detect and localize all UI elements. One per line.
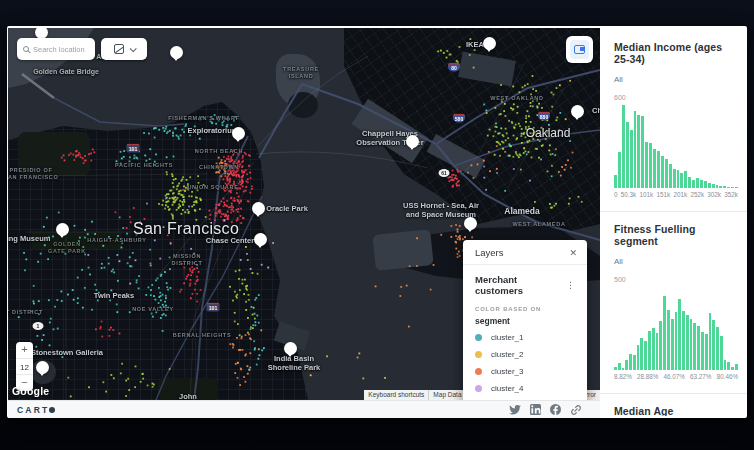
histogram-bar[interactable] xyxy=(637,345,640,370)
histogram-bar[interactable] xyxy=(637,115,640,189)
histogram-bar[interactable] xyxy=(684,171,687,189)
cluster-legend-row[interactable]: cluster_2 xyxy=(475,349,575,360)
histogram-bar[interactable] xyxy=(700,180,703,188)
poi-marker[interactable] xyxy=(170,46,183,59)
histogram-bar[interactable] xyxy=(641,116,644,188)
histogram-bar[interactable] xyxy=(680,173,683,188)
histogram-bar[interactable] xyxy=(704,181,707,188)
route-shield: 80 xyxy=(448,63,460,72)
histogram-bar[interactable] xyxy=(659,321,662,370)
histogram-bar[interactable] xyxy=(727,187,730,188)
histogram-bar[interactable] xyxy=(671,319,674,370)
histogram-bar[interactable] xyxy=(644,341,647,370)
poi-marker[interactable] xyxy=(254,233,267,246)
histogram-bar[interactable] xyxy=(618,363,621,370)
cluster-legend-row[interactable]: cluster_4 xyxy=(475,383,575,394)
histogram-bar[interactable] xyxy=(735,364,738,370)
histogram-bar[interactable] xyxy=(688,177,691,188)
histogram-bar[interactable] xyxy=(653,149,656,188)
histogram-bar[interactable] xyxy=(709,313,712,370)
poi-marker[interactable] xyxy=(252,202,265,215)
poi-marker[interactable] xyxy=(406,135,419,148)
poi-marker[interactable] xyxy=(571,105,584,118)
histogram-bar[interactable] xyxy=(696,178,699,188)
histogram-bar[interactable] xyxy=(720,336,723,370)
histogram-bar[interactable] xyxy=(629,354,632,370)
histogram-bar[interactable] xyxy=(652,328,655,370)
poi-marker[interactable] xyxy=(35,28,48,39)
histogram-bar[interactable] xyxy=(697,326,700,370)
zoom-in-button[interactable]: + xyxy=(16,342,33,358)
histogram-bar[interactable] xyxy=(705,334,708,370)
histogram-bar[interactable] xyxy=(640,338,643,370)
histogram-bar[interactable] xyxy=(667,310,670,370)
histogram-bar[interactable] xyxy=(614,175,617,188)
poi-marker[interactable] xyxy=(284,342,297,355)
histogram-bar[interactable] xyxy=(633,355,636,370)
histogram-bar[interactable] xyxy=(630,130,633,188)
map[interactable]: 10110180880580611 Golden Gate BridgeAlca… xyxy=(8,28,600,400)
histogram-bar[interactable] xyxy=(701,332,704,370)
histogram-bar[interactable] xyxy=(614,367,617,370)
histogram-bar[interactable] xyxy=(692,180,695,188)
histogram-bar[interactable] xyxy=(693,323,696,370)
poi-marker[interactable] xyxy=(483,37,496,50)
cluster-legend-row[interactable]: cluster_3 xyxy=(475,366,575,377)
histogram-bar[interactable] xyxy=(678,299,681,370)
histogram-bar[interactable] xyxy=(686,315,689,370)
histogram-bar[interactable] xyxy=(731,367,734,370)
histogram-bar[interactable] xyxy=(634,111,637,188)
histogram-bar[interactable] xyxy=(708,183,711,188)
close-icon[interactable]: ✕ xyxy=(569,248,577,258)
histogram-bar[interactable] xyxy=(656,333,659,370)
histogram-bar[interactable] xyxy=(618,152,621,188)
poi-marker[interactable] xyxy=(232,127,245,140)
histogram-bar[interactable] xyxy=(661,156,664,188)
poi-marker[interactable] xyxy=(56,223,69,236)
histogram-bar[interactable] xyxy=(622,105,625,188)
histogram-bar[interactable] xyxy=(665,159,668,188)
histogram-median-income[interactable] xyxy=(614,104,738,188)
search-input[interactable] xyxy=(33,45,89,54)
kebab-menu-icon[interactable]: ⋮ xyxy=(566,280,575,290)
histogram-bar[interactable] xyxy=(622,368,625,370)
histogram-bar[interactable] xyxy=(723,186,726,188)
histogram-bar[interactable] xyxy=(645,142,648,188)
histogram-bar[interactable] xyxy=(675,312,678,370)
google-logo[interactable]: Google xyxy=(12,385,49,397)
histogram-fitness-fuelling[interactable] xyxy=(614,286,738,370)
poi-marker[interactable] xyxy=(36,361,49,374)
histogram-bar[interactable] xyxy=(673,169,676,188)
poi-marker[interactable] xyxy=(464,217,477,230)
histogram-bar[interactable] xyxy=(690,319,693,370)
histogram-bar[interactable] xyxy=(735,187,738,188)
twitter-icon[interactable] xyxy=(509,405,521,415)
histogram-bar[interactable] xyxy=(648,331,651,370)
histogram-bar[interactable] xyxy=(731,187,734,188)
histogram-bar[interactable] xyxy=(657,151,660,188)
histogram-bar[interactable] xyxy=(626,122,629,188)
histogram-bar[interactable] xyxy=(719,186,722,188)
histogram-bar[interactable] xyxy=(682,311,685,370)
map-mclaren-park xyxy=(158,378,218,400)
linkedin-icon[interactable] xyxy=(530,404,541,415)
histogram-bar[interactable] xyxy=(669,164,672,188)
carto-logo[interactable]: CART xyxy=(17,405,55,415)
cluster-legend-row[interactable]: cluster_1 xyxy=(475,332,575,343)
histogram-bar[interactable] xyxy=(712,184,715,188)
histogram-bar[interactable] xyxy=(716,327,719,370)
histogram-bar[interactable] xyxy=(625,360,628,370)
basemap-selector-button[interactable] xyxy=(101,38,147,60)
histogram-bar[interactable] xyxy=(727,362,730,370)
map-yerba-buena-island xyxy=(288,92,318,118)
histogram-bar[interactable] xyxy=(663,296,666,370)
histogram-bar[interactable] xyxy=(677,170,680,188)
link-icon[interactable] xyxy=(570,404,582,416)
histogram-bar[interactable] xyxy=(712,320,715,370)
facebook-icon[interactable] xyxy=(550,404,561,415)
widgets-toggle-button[interactable] xyxy=(566,36,593,63)
attribution-link[interactable]: Keyboard shortcuts xyxy=(364,390,428,400)
histogram-bar[interactable] xyxy=(724,360,727,370)
histogram-bar[interactable] xyxy=(716,185,719,188)
histogram-bar[interactable] xyxy=(649,143,652,189)
